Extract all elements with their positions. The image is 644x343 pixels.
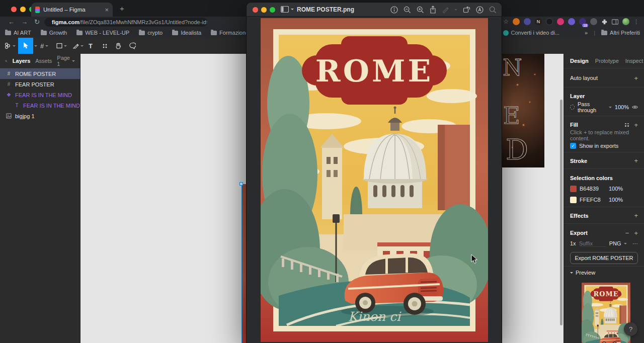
preview-close-button[interactable]: [253, 7, 258, 13]
layer-row-text[interactable]: TFEAR IS IN THE MIND: [0, 100, 80, 111]
export-scale[interactable]: 1x: [570, 240, 576, 246]
add-export-button[interactable]: +: [634, 229, 638, 237]
show-in-exports-checkbox[interactable]: ✓: [570, 143, 576, 149]
round-extension-icon[interactable]: [568, 18, 575, 25]
tab-inspect[interactable]: Inspect: [625, 58, 643, 64]
new-tab-button[interactable]: +: [120, 4, 124, 13]
key-extension-icon[interactable]: [557, 18, 564, 25]
text-tool-button[interactable]: T: [89, 38, 93, 54]
shape-tool-button[interactable]: [56, 38, 67, 54]
bookmarks-overflow-chevrons[interactable]: »: [585, 30, 588, 36]
annotate-icon[interactable]: [476, 6, 484, 14]
tab-assets[interactable]: Assets: [35, 58, 52, 64]
move-tool-chevron-icon[interactable]: [34, 45, 37, 47]
preview-app-window[interactable]: ROME POSTER.png: [247, 3, 502, 343]
back-button[interactable]: ←: [8, 18, 15, 26]
main-menu-button[interactable]: [4, 38, 16, 54]
frame-tool-button[interactable]: #: [40, 38, 48, 54]
tab-close-icon[interactable]: ×: [105, 6, 109, 14]
bookmark-item[interactable]: Growth: [41, 30, 67, 36]
badged-extension-icon[interactable]: 18: [579, 18, 586, 25]
layer-row-image[interactable]: bigjpg 1: [0, 111, 80, 121]
layer-row-fear-poster[interactable]: #FEAR POSTER: [0, 79, 80, 90]
info-icon[interactable]: [390, 6, 398, 14]
visibility-eye-icon[interactable]: [632, 105, 638, 110]
remove-export-button[interactable]: −: [625, 229, 629, 237]
blend-mode-icon[interactable]: [570, 105, 575, 110]
export-suffix-input[interactable]: [579, 240, 606, 247]
purple-extension-icon[interactable]: [524, 18, 531, 25]
search-icon[interactable]: [489, 6, 497, 14]
preview-minimize-button[interactable]: [261, 7, 267, 13]
rotate-icon[interactable]: [463, 6, 470, 13]
canvas-vertical-scrollbar[interactable]: [560, 100, 562, 325]
bookmark-item[interactable]: crypto: [139, 30, 163, 36]
reload-button[interactable]: ↻: [34, 18, 40, 26]
add-stroke-button[interactable]: +: [634, 157, 638, 164]
color-hex[interactable]: FFEFC8: [580, 197, 606, 203]
window-minimize-button[interactable]: [20, 7, 26, 12]
preview-header[interactable]: Preview: [564, 267, 644, 279]
page-selector[interactable]: Page 1: [57, 55, 75, 67]
color-opacity[interactable]: 100%: [609, 186, 623, 192]
color-hex[interactable]: B64839: [580, 186, 606, 192]
add-fill-button[interactable]: +: [634, 121, 638, 129]
fill-styles-icon[interactable]: [625, 123, 629, 127]
hand-tool-button[interactable]: [115, 38, 122, 54]
add-auto-layout-button[interactable]: +: [634, 74, 638, 82]
markup-chevron-icon[interactable]: [454, 9, 457, 11]
preview-sidebar-control[interactable]: [281, 6, 294, 13]
search-icon[interactable]: [5, 58, 8, 64]
color-opacity[interactable]: 100%: [609, 197, 623, 203]
gray-extension-icon[interactable]: [590, 18, 597, 25]
address-bar[interactable]: figma.com/file/ZOqa831eMwhNfNMRz3vGs1/Un…: [44, 18, 207, 27]
notion-extension-icon[interactable]: N: [535, 18, 542, 25]
preview-zoom-button[interactable]: [270, 7, 275, 13]
add-effect-button[interactable]: +: [634, 212, 638, 219]
pen-tool-button[interactable]: [72, 38, 84, 54]
preview-titlebar[interactable]: ROME POSTER.png: [247, 3, 502, 17]
puzzle-extensions-icon[interactable]: [601, 19, 608, 25]
export-more-button[interactable]: ⋯: [632, 240, 638, 247]
selection-color-row[interactable]: FFEFC8 100%: [564, 194, 644, 205]
comment-tool-button[interactable]: [129, 38, 136, 54]
bookmark-item[interactable]: Formazione: [211, 30, 249, 36]
resources-tool-button[interactable]: [102, 38, 108, 54]
tab-layers[interactable]: Layers: [13, 58, 30, 64]
fear-poster-frame[interactable]: N E D: [502, 54, 544, 167]
browser-tab[interactable]: Untitled – Figma ×: [31, 3, 113, 17]
zoom-in-icon[interactable]: [417, 6, 424, 14]
bookmark-item[interactable]: Converti i video di...: [503, 30, 560, 36]
color-swatch[interactable]: [570, 186, 577, 192]
dark-extension-icon[interactable]: [546, 18, 553, 25]
tab-prototype[interactable]: Prototype: [595, 58, 619, 64]
bookmark-item[interactable]: WEB - LEVEL-UP: [76, 30, 129, 36]
selection-color-row[interactable]: B64839 100%: [564, 183, 644, 194]
sidebar-toggle-icon[interactable]: [612, 19, 618, 25]
metamask-extension-icon[interactable]: [513, 18, 520, 25]
bookmark-star-icon[interactable]: ☆: [503, 18, 509, 25]
layer-row-rome-poster[interactable]: #ROME POSTER: [0, 68, 80, 79]
bookmarks-separator: |: [594, 30, 595, 36]
markup-pencil-icon[interactable]: [442, 6, 449, 13]
export-format-select[interactable]: PNG: [609, 240, 621, 246]
forward-button[interactable]: →: [21, 18, 28, 26]
help-button[interactable]: ?: [624, 322, 637, 336]
profile-avatar[interactable]: [622, 18, 629, 25]
export-button[interactable]: Export ROME POSTER: [570, 252, 638, 264]
tab-design[interactable]: Design: [570, 58, 589, 64]
move-tool-button[interactable]: [18, 38, 33, 54]
color-swatch[interactable]: [570, 197, 577, 203]
layer-row-component[interactable]: ❖FEAR IS IN THE MIND: [0, 90, 80, 100]
share-icon[interactable]: [430, 6, 436, 14]
window-close-button[interactable]: [11, 7, 17, 12]
browser-menu-icon[interactable]: ⋮: [633, 19, 639, 25]
zoom-out-icon[interactable]: [404, 6, 411, 14]
selection-handle[interactable]: [239, 182, 243, 186]
layer-opacity[interactable]: 100%: [615, 104, 629, 110]
bookmark-item[interactable]: Idealista: [172, 30, 201, 36]
bookmark-folder-altri[interactable]: Altri Preferiti: [601, 30, 640, 36]
blend-mode-select[interactable]: Pass through: [578, 101, 606, 113]
bookmark-item[interactable]: AI ART: [5, 30, 31, 36]
preview-toolbar-icons: [390, 3, 497, 17]
